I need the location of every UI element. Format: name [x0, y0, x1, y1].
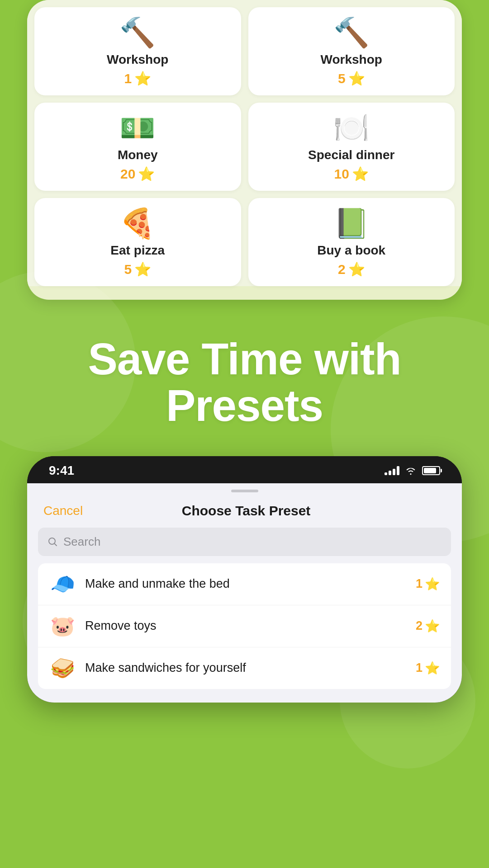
task-name: Remove toys [85, 619, 407, 633]
eat-pizza-icon: 🍕 [119, 209, 156, 238]
wifi-icon [405, 466, 417, 475]
search-bar[interactable]: Search [38, 528, 451, 556]
make-bed-icon: 🧢 [49, 572, 76, 596]
reward-points-workshop1: 1 ⭐ [124, 71, 151, 86]
status-bar: 9:41 [27, 456, 462, 483]
reward-points-workshop5: 5 ⭐ [338, 71, 365, 86]
reward-name-money20: Money [118, 148, 158, 162]
reward-name-buy-book: Buy a book [317, 243, 385, 258]
star-icon: ⭐ [348, 261, 365, 277]
rewards-card: 🔨 Workshop 1 ⭐ 🔨 Workshop 5 ⭐ 💵 Money 20… [27, 0, 462, 300]
headline-section: Save Time with Presets [0, 300, 489, 456]
battery-icon [422, 466, 440, 475]
signal-icon [385, 466, 399, 475]
task-points: 1 ⭐ [416, 577, 440, 591]
task-row[interactable]: 🧢 Make and unmake the bed 1 ⭐ [38, 563, 451, 605]
reward-name-workshop5: Workshop [321, 52, 382, 67]
search-icon [47, 536, 58, 547]
reward-points-special-dinner: 10 ⭐ [334, 166, 369, 182]
rewards-grid: 🔨 Workshop 1 ⭐ 🔨 Workshop 5 ⭐ 💵 Money 20… [27, 0, 462, 286]
task-points: 2 ⭐ [416, 619, 440, 633]
task-name: Make sandwiches for yourself [85, 661, 407, 675]
phone-mockup: 9:41 Cancel Choose Task Preset [27, 456, 462, 703]
star-icon: ⭐ [348, 71, 365, 86]
star-icon: ⭐ [138, 166, 155, 182]
reward-item-special-dinner[interactable]: 🍽️ Special dinner 10 ⭐ [248, 103, 455, 191]
reward-points-eat-pizza: 5 ⭐ [124, 261, 151, 277]
search-placeholder: Search [63, 535, 100, 549]
reward-item-money20[interactable]: 💵 Money 20 ⭐ [34, 103, 241, 191]
reward-item-eat-pizza[interactable]: 🍕 Eat pizza 5 ⭐ [34, 198, 241, 286]
sheet-header: Cancel Choose Task Preset [27, 492, 462, 528]
money-icon: 💵 [119, 113, 156, 142]
workshop-hammer-icon-2: 🔨 [333, 18, 370, 47]
remove-toys-icon: 🐷 [49, 614, 76, 638]
cancel-button[interactable]: Cancel [43, 504, 83, 518]
task-star-icon: ⭐ [425, 661, 440, 675]
reward-name-special-dinner: Special dinner [308, 148, 394, 162]
make-sandwiches-icon: 🥪 [49, 656, 76, 680]
star-icon: ⭐ [352, 166, 369, 182]
task-points: 1 ⭐ [416, 661, 440, 675]
reward-item-workshop5[interactable]: 🔨 Workshop 5 ⭐ [248, 7, 455, 95]
task-star-icon: ⭐ [425, 577, 440, 591]
svg-line-1 [54, 543, 57, 546]
reward-name-workshop1: Workshop [107, 52, 168, 67]
reward-item-workshop1[interactable]: 🔨 Workshop 1 ⭐ [34, 7, 241, 95]
special-dinner-icon: 🍽️ [333, 113, 370, 142]
sheet-title: Choose Task Preset [182, 503, 311, 519]
buy-book-icon: 📗 [333, 209, 370, 238]
reward-points-buy-book: 2 ⭐ [338, 261, 365, 277]
phone-screen: Cancel Choose Task Preset Search 🧢 Make … [27, 483, 462, 703]
task-row[interactable]: 🥪 Make sandwiches for yourself 1 ⭐ [38, 647, 451, 689]
reward-name-eat-pizza: Eat pizza [110, 243, 165, 258]
task-list: 🧢 Make and unmake the bed 1 ⭐ 🐷 Remove t… [27, 563, 462, 703]
star-icon: ⭐ [134, 71, 151, 86]
status-icons [385, 466, 440, 475]
task-name: Make and unmake the bed [85, 577, 407, 591]
workshop-hammer-icon: 🔨 [119, 18, 156, 47]
task-star-icon: ⭐ [425, 619, 440, 633]
star-icon: ⭐ [134, 261, 151, 277]
reward-item-buy-book[interactable]: 📗 Buy a book 2 ⭐ [248, 198, 455, 286]
reward-points-money20: 20 ⭐ [120, 166, 155, 182]
headline-text: Save Time with Presets [27, 336, 462, 429]
status-time: 9:41 [49, 463, 74, 478]
task-row[interactable]: 🐷 Remove toys 2 ⭐ [38, 605, 451, 647]
